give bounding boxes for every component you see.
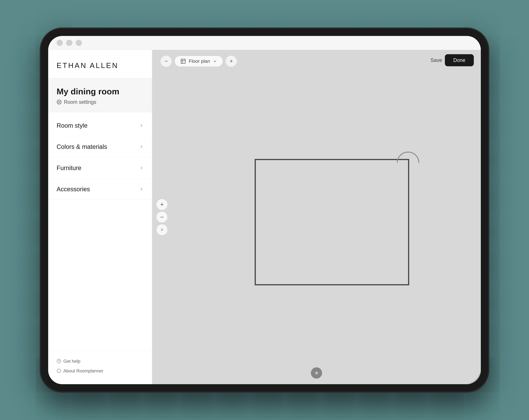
floor-plan-label: Floor plan [189, 58, 210, 64]
zoom-indicator[interactable]: ⊕ [311, 367, 322, 379]
floorplan[interactable] [255, 159, 409, 285]
toolbar-left: − Floor plan [160, 56, 237, 67]
chevron-down-icon [213, 59, 217, 63]
save-button[interactable]: Save [431, 57, 442, 63]
about-link[interactable]: About Roomplanner [57, 366, 144, 376]
zoom-controls: + − # [152, 196, 172, 238]
sidebar-item-colors-materials[interactable]: Colors & materials [48, 136, 152, 158]
gear-icon [57, 100, 62, 105]
app-window: ETHAN ALLEN My dining room Room settings [48, 36, 481, 384]
floor-plan-icon [180, 58, 186, 64]
canvas-area: Save Done − [152, 50, 481, 384]
chevron-right-icon-furniture [139, 166, 144, 170]
close-button[interactable] [57, 40, 63, 46]
canvas-header-right: Save Done [423, 50, 481, 70]
device-frame: ETHAN ALLEN My dining room Room settings [40, 27, 489, 393]
plus-icon: + [160, 201, 164, 208]
svg-point-0 [59, 101, 60, 103]
zoom-in-icon: + [230, 58, 233, 64]
sidebar: ETHAN ALLEN My dining room Room settings [48, 50, 152, 384]
get-help-link[interactable]: Get help [57, 356, 144, 366]
fit-icon: # [161, 227, 163, 232]
zoom-control-fit[interactable]: # [156, 224, 168, 235]
sidebar-header: ETHAN ALLEN [48, 50, 152, 78]
nav-item-label-colors-materials: Colors & materials [57, 143, 107, 150]
zoom-control-plus[interactable]: + [156, 199, 168, 210]
minus-icon: − [160, 214, 164, 221]
done-button[interactable]: Done [445, 54, 474, 66]
brand-name: ETHAN ALLEN [57, 61, 119, 69]
maximize-button[interactable] [76, 40, 82, 46]
zoom-control-minus[interactable]: − [156, 211, 168, 223]
svg-rect-6 [181, 59, 185, 63]
chevron-right-icon-colors [139, 145, 144, 149]
room-title: My dining room [57, 87, 144, 96]
room-settings-link[interactable]: Room settings [57, 99, 144, 105]
info-icon [57, 369, 61, 373]
nav-list: Room style Colors & materials Furniture [48, 112, 152, 351]
bottom-indicator: ⊕ [311, 367, 322, 379]
zoom-out-button[interactable]: − [160, 56, 172, 67]
room-section: My dining room Room settings [48, 78, 152, 112]
chevron-right-icon-room-style [139, 123, 144, 128]
about-label: About Roomplanner [63, 368, 103, 374]
traffic-lights [57, 40, 82, 46]
get-help-label: Get help [63, 359, 80, 364]
zoom-indicator-text: ⊕ [315, 371, 318, 375]
zoom-out-icon: − [164, 58, 168, 64]
view-toggle[interactable]: Floor plan [175, 56, 223, 67]
minimize-button[interactable] [66, 40, 72, 46]
sidebar-item-room-style[interactable]: Room style [48, 115, 152, 136]
question-icon [57, 359, 61, 363]
nav-item-label-accessories: Accessories [57, 186, 90, 193]
title-bar [48, 36, 481, 50]
sidebar-item-accessories[interactable]: Accessories [48, 179, 152, 200]
nav-item-label-furniture: Furniture [57, 164, 81, 171]
floorplan-container [255, 159, 409, 285]
sidebar-footer: Get help About Roomplanner [48, 351, 152, 384]
nav-item-label-room-style: Room style [57, 122, 88, 129]
room-settings-label: Room settings [64, 99, 96, 105]
chevron-right-icon-accessories [139, 187, 144, 191]
main-content: ETHAN ALLEN My dining room Room settings [48, 50, 481, 384]
zoom-in-button[interactable]: + [225, 56, 237, 67]
sidebar-item-furniture[interactable]: Furniture [48, 158, 152, 179]
